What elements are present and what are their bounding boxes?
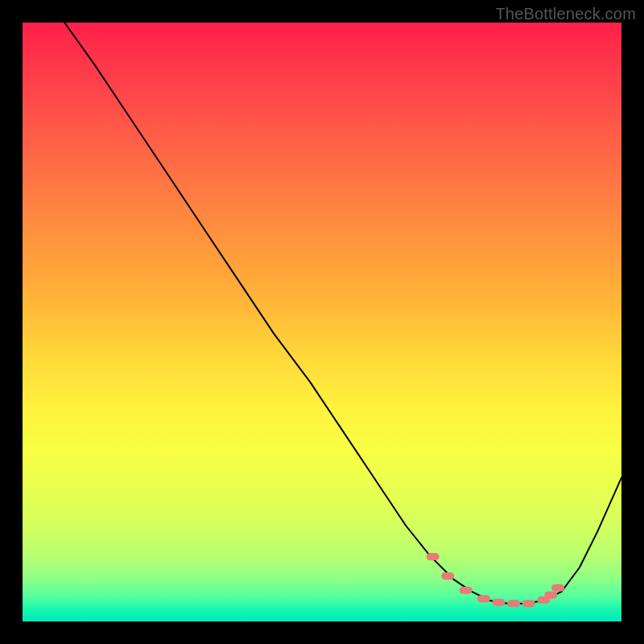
marker-dot xyxy=(493,599,506,606)
marker-dot xyxy=(441,572,454,580)
marker-dot xyxy=(544,592,557,599)
marker-dot xyxy=(522,600,535,607)
bottleneck-curve-line xyxy=(64,23,621,604)
chart-svg xyxy=(23,23,621,621)
chart-frame: TheBottleneck.com xyxy=(0,0,644,644)
marker-dot xyxy=(507,600,520,607)
plot-area xyxy=(23,23,621,621)
marker-dot xyxy=(427,553,440,560)
marker-dot xyxy=(477,595,490,602)
watermark-text: TheBottleneck.com xyxy=(495,5,636,23)
marker-dot xyxy=(551,584,564,592)
marker-dot xyxy=(460,587,473,594)
optimal-zone-markers xyxy=(427,553,565,607)
